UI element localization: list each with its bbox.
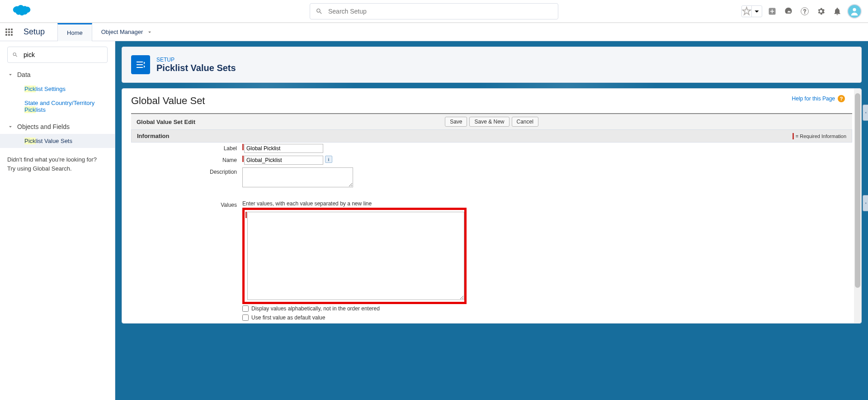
tree-group-label: Data	[17, 71, 31, 78]
salesforce-logo[interactable]	[9, 4, 31, 19]
waffle-icon	[5, 29, 13, 36]
trailhead-button[interactable]	[782, 5, 795, 18]
chevron-down-icon	[146, 29, 153, 35]
app-launcher[interactable]	[0, 29, 18, 36]
tab-home[interactable]: Home	[57, 23, 92, 41]
star-icon	[742, 6, 751, 16]
chevron-down-icon	[7, 124, 14, 130]
context-bar: Setup Home Object Manager	[0, 23, 868, 41]
information-section-bar: Information = Required Information	[131, 129, 852, 143]
tab-object-manager[interactable]: Object Manager	[92, 23, 162, 41]
required-indicator	[245, 212, 247, 218]
section-label: Information	[137, 133, 170, 139]
field-label: Description	[210, 169, 237, 175]
checkbox-label: Use first value as default value	[251, 314, 325, 321]
required-indicator	[242, 156, 244, 162]
checkbox-alpha-row: Display values alphabetically, not in th…	[242, 304, 849, 313]
save-new-button[interactable]: Save & New	[469, 117, 509, 127]
page-eyebrow: SETUP	[156, 57, 236, 63]
form-table: Label Name i Description	[131, 143, 852, 324]
required-note: = Required Information	[793, 133, 846, 139]
checkbox-default-row: Use first value as default value	[242, 313, 849, 322]
notifications-button[interactable]	[831, 5, 844, 18]
sidebar-item-picklist-value-sets[interactable]: Picklist Value Sets	[0, 134, 115, 148]
avatar-icon	[849, 6, 859, 16]
match-highlight: Pick	[24, 106, 36, 113]
page-title: Picklist Value Sets	[156, 63, 236, 73]
sidebar-footer: Didn't find what you're looking for? Try…	[0, 148, 115, 180]
tab-label: Home	[67, 29, 83, 36]
search-icon	[12, 51, 18, 58]
favorites-button[interactable]	[741, 5, 762, 17]
collapse-handle[interactable]	[863, 195, 868, 211]
match-highlight: Pick	[24, 86, 36, 92]
info-icon[interactable]: i	[325, 156, 332, 163]
edit-section-bar: Global Value Set Edit Save Save & New Ca…	[131, 113, 852, 129]
sidebar-item-picklist-settings[interactable]: Picklist Settings	[0, 82, 115, 96]
global-search-input[interactable]	[328, 8, 552, 15]
scrollbar[interactable]	[854, 89, 861, 323]
help-link-label: Help for this Page	[792, 95, 835, 102]
global-search[interactable]	[310, 3, 558, 19]
checkbox-default-value[interactable]	[242, 314, 249, 321]
tab-label: Object Manager	[101, 29, 143, 35]
picklist-icon	[135, 59, 146, 70]
item-label: lists	[36, 106, 46, 113]
required-indicator	[242, 144, 244, 150]
page-icon	[131, 55, 150, 74]
detail-panel: Help for this Page ? Global Value Set Gl…	[122, 88, 862, 324]
collapse-handle[interactable]	[863, 105, 868, 121]
footer-text: Didn't find what you're looking for?	[7, 155, 108, 164]
field-label: Name	[222, 157, 237, 163]
sidebar-search[interactable]	[7, 47, 108, 63]
footer-text: Try using Global Search.	[7, 164, 108, 173]
setup-gear-button[interactable]	[815, 5, 827, 18]
trailhead-icon	[784, 7, 793, 16]
tree-group-objects-fields[interactable]: Objects and Fields	[0, 119, 115, 134]
checkbox-label: Display values alphabetically, not in th…	[251, 305, 380, 312]
values-input[interactable]	[247, 212, 464, 300]
add-button[interactable]	[766, 5, 778, 18]
bell-icon	[833, 7, 842, 16]
sidebar-search-input[interactable]	[24, 51, 103, 58]
user-avatar[interactable]	[847, 4, 862, 19]
page-header: SETUP Picklist Value Sets	[122, 47, 862, 83]
cancel-button[interactable]: Cancel	[512, 117, 538, 127]
global-header: ?	[0, 0, 868, 23]
search-icon	[316, 8, 323, 15]
help-icon: ?	[838, 95, 845, 102]
content-area: SETUP Picklist Value Sets Help for this …	[115, 41, 868, 400]
match-highlight: Pick	[24, 138, 36, 144]
section-label: Global Value Set Edit	[137, 119, 195, 125]
help-link[interactable]: Help for this Page ?	[792, 95, 845, 102]
field-label: Label	[224, 145, 237, 152]
field-label: Values	[221, 202, 237, 208]
tree-group-label: Objects and Fields	[17, 123, 70, 130]
svg-point-2	[853, 8, 856, 11]
scrollbar-thumb[interactable]	[855, 93, 860, 288]
name-input[interactable]	[244, 156, 323, 165]
description-input[interactable]	[242, 167, 353, 187]
sidebar-item-state-country-picklists[interactable]: State and Country/Territory Picklists	[0, 96, 115, 117]
item-label: list Settings	[36, 86, 66, 92]
help-button[interactable]: ?	[798, 5, 811, 18]
label-input[interactable]	[244, 144, 323, 153]
chevron-left-icon	[864, 111, 868, 114]
chevron-down-icon	[7, 71, 14, 78]
values-highlight-box	[242, 208, 467, 304]
app-name: Setup	[18, 27, 57, 37]
question-icon: ?	[800, 7, 809, 16]
item-label: list Value Sets	[36, 138, 72, 144]
setup-sidebar: Data Picklist Settings State and Country…	[0, 41, 115, 400]
item-label: State and Country/Territory	[24, 100, 108, 106]
values-hint: Enter values, with each value separated …	[242, 200, 849, 207]
checkbox-display-alpha[interactable]	[242, 305, 249, 312]
save-button[interactable]: Save	[445, 117, 467, 127]
plus-icon	[768, 7, 777, 16]
chevron-left-icon	[864, 201, 868, 205]
chevron-down-icon	[752, 6, 762, 16]
gear-icon	[816, 7, 826, 16]
panel-title: Global Value Set	[131, 95, 852, 107]
tree-group-data[interactable]: Data	[0, 67, 115, 82]
svg-text:?: ?	[803, 8, 806, 14]
